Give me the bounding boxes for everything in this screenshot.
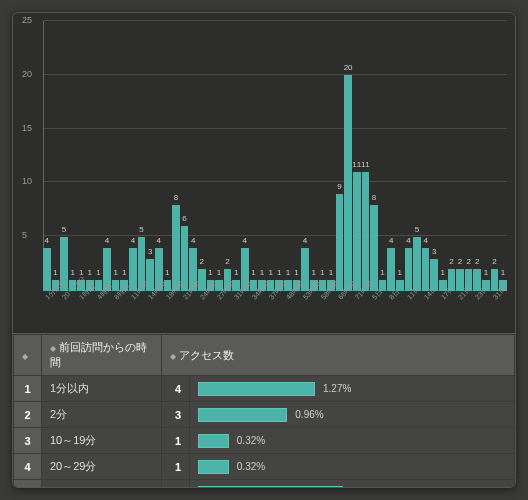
bar: 11 bbox=[353, 172, 361, 291]
table-row: 530～39分51.59% bbox=[14, 480, 515, 489]
bar: 11 bbox=[362, 172, 370, 291]
bar: 20 bbox=[344, 75, 352, 291]
bar: 5 bbox=[413, 237, 421, 291]
table-row: 420～29分10.32% bbox=[14, 454, 515, 480]
bar: 4 bbox=[422, 248, 430, 291]
col-time[interactable]: ◆前回訪問からの時間 bbox=[42, 335, 162, 376]
data-table: ◆ ◆前回訪問からの時間 ◆アクセス数 11分以内41.27%22分30.96%… bbox=[13, 334, 515, 488]
bar: 8 bbox=[172, 205, 180, 291]
table-row: 310～19分10.32% bbox=[14, 428, 515, 454]
bar: 4 bbox=[43, 248, 51, 291]
table-row: 11分以内41.27% bbox=[14, 376, 515, 402]
bar: 4 bbox=[387, 248, 395, 291]
bar: 9 bbox=[336, 194, 344, 291]
table-row: 22分30.96% bbox=[14, 402, 515, 428]
bar: 4 bbox=[405, 248, 413, 291]
col-index[interactable]: ◆ bbox=[14, 335, 42, 376]
col-access[interactable]: ◆アクセス数 bbox=[162, 335, 515, 376]
bar: 4 bbox=[129, 248, 137, 291]
bar: 2 bbox=[491, 269, 499, 291]
bar-chart: 510152025 415111141145341864211214111111… bbox=[13, 13, 515, 333]
bar: 8 bbox=[370, 205, 378, 291]
